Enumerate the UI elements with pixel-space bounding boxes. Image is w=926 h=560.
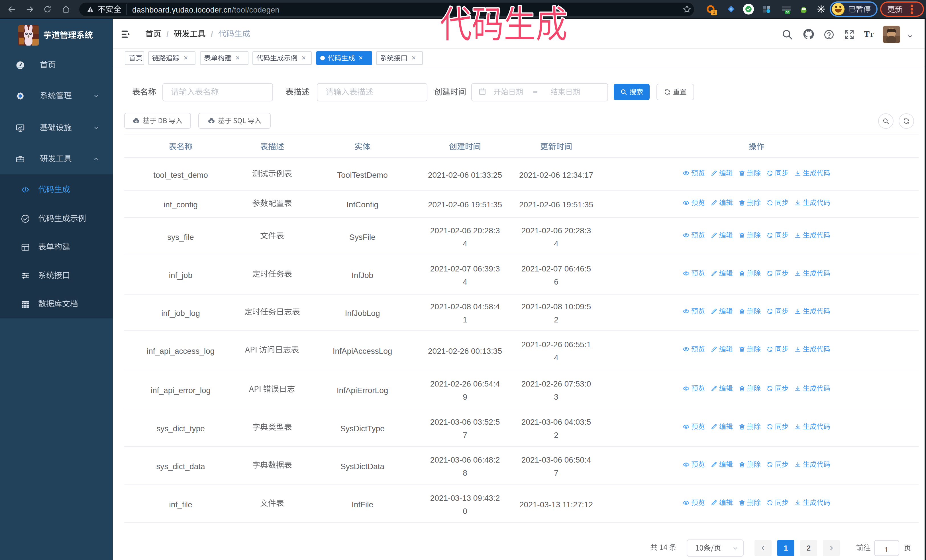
svg-text:on: on <box>785 10 789 14</box>
